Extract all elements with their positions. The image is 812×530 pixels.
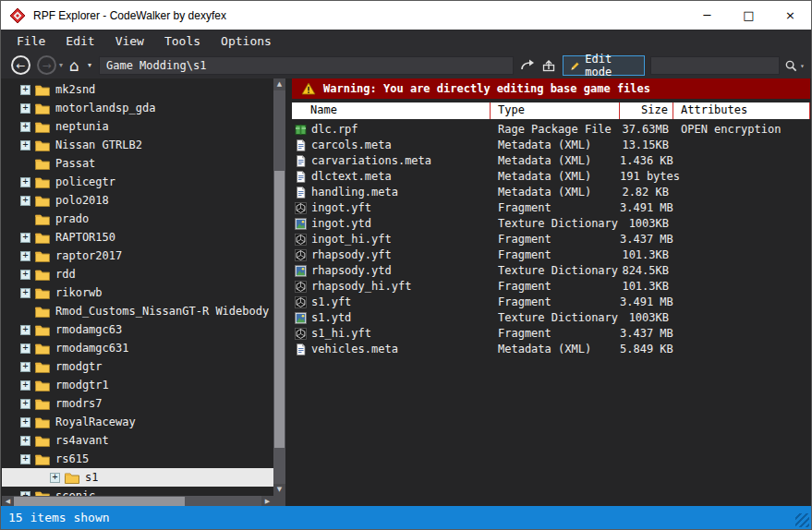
go-button[interactable] xyxy=(518,56,537,75)
tree-item-label: Rmod_Customs_NissanGT-R Widebody xyxy=(55,305,269,318)
expand-icon[interactable]: + xyxy=(20,454,30,464)
column-header-size[interactable]: Size xyxy=(620,102,673,119)
tree-item[interactable]: +RoyalRaceway xyxy=(2,413,273,431)
file-list-header: Name Type Size Attributes xyxy=(292,102,810,119)
tree-item[interactable]: +Nissan GTRLB2 xyxy=(2,136,273,154)
tree-item[interactable]: +mk2snd xyxy=(2,80,273,99)
search-input[interactable] xyxy=(650,56,780,75)
vertical-scroll-thumb[interactable] xyxy=(274,171,285,448)
column-header-name[interactable]: Name xyxy=(292,102,491,119)
tree-item[interactable]: +raptor2017 xyxy=(2,247,273,265)
tree-item[interactable]: +rmodrs7 xyxy=(2,394,273,413)
expand-icon[interactable]: + xyxy=(20,85,30,95)
expand-icon[interactable]: + xyxy=(20,122,30,132)
expand-icon[interactable]: + xyxy=(20,436,30,446)
column-header-attributes[interactable]: Attributes xyxy=(673,102,810,119)
file-row[interactable]: ingot.ytdTexture Dictionary1003KB xyxy=(292,216,810,232)
tree-item[interactable]: +policegtr xyxy=(2,173,273,191)
tree-item-label: raptor2017 xyxy=(55,249,122,262)
search-dropdown-icon[interactable]: ▾ xyxy=(800,62,805,70)
expand-icon[interactable]: + xyxy=(20,270,30,280)
address-bar-input[interactable] xyxy=(99,56,514,75)
search-icon xyxy=(784,59,798,73)
expand-icon[interactable]: + xyxy=(20,343,30,354)
file-name-cell: s1.yft xyxy=(292,295,491,310)
expand-icon[interactable]: + xyxy=(20,233,30,243)
window-controls: ─ □ × xyxy=(686,1,811,30)
file-row[interactable]: carcols.metaMetadata (XML)13.15KB xyxy=(292,138,810,153)
minimize-button[interactable]: ─ xyxy=(686,1,728,30)
menu-tools[interactable]: Tools xyxy=(154,31,211,51)
resize-grip-icon[interactable] xyxy=(795,513,809,527)
tree-item[interactable]: Rmod_Customs_NissanGT-R Widebody xyxy=(2,302,273,320)
tree-item-label: motorlandsp_gda xyxy=(55,102,155,114)
maximize-button[interactable]: □ xyxy=(728,1,770,30)
tree-item[interactable]: +rmodgtr1 xyxy=(2,376,273,394)
expand-icon[interactable]: + xyxy=(20,380,30,391)
tree-item[interactable]: +scenic xyxy=(2,487,273,496)
expand-icon[interactable]: + xyxy=(20,251,30,261)
menu-options[interactable]: Options xyxy=(211,31,282,51)
file-row[interactable]: rhapsody.ytdTexture Dictionary824.5KB xyxy=(292,263,810,279)
expand-icon[interactable]: + xyxy=(50,473,60,483)
expand-icon[interactable]: + xyxy=(20,140,30,151)
expand-icon[interactable]: + xyxy=(20,177,30,187)
file-row[interactable]: carvariations.metaMetadata (XML)1.436 KB xyxy=(292,153,810,169)
expand-icon[interactable]: + xyxy=(20,103,30,114)
expand-icon[interactable]: + xyxy=(20,325,30,335)
edit-mode-button[interactable]: Edit mode xyxy=(563,55,645,76)
back-button[interactable]: ← xyxy=(11,55,30,75)
tree-item[interactable]: +s1 xyxy=(2,468,273,487)
file-row[interactable]: s1.ytdTexture Dictionary1003KB xyxy=(292,310,810,326)
title-bar[interactable]: RPF Explorer - CodeWalker by dexyfex ─ □… xyxy=(1,1,811,30)
expand-icon[interactable]: + xyxy=(20,399,30,409)
file-row[interactable]: rhapsody_hi.yftFragment101.3KB xyxy=(292,279,810,295)
tree-item[interactable]: +rmodgtr xyxy=(2,357,273,376)
search-button[interactable]: ▾ xyxy=(782,56,807,75)
menu-file[interactable]: File xyxy=(6,31,55,51)
tree-item[interactable]: +rs615 xyxy=(2,450,273,468)
expand-icon[interactable]: + xyxy=(20,196,30,206)
forward-history-dropdown-icon[interactable]: ▾ xyxy=(59,61,63,69)
tree-item[interactable]: +polo2018 xyxy=(2,191,273,210)
tree-item[interactable]: +RAPTOR150 xyxy=(2,228,273,247)
file-name-cell: rhapsody_hi.yft xyxy=(292,279,491,295)
file-row[interactable]: ingot_hi.yftFragment3.437 MB xyxy=(292,232,810,247)
expand-icon[interactable]: + xyxy=(20,288,30,298)
column-header-type[interactable]: Type xyxy=(491,102,620,119)
tree-item-label: RAPTOR150 xyxy=(55,231,115,244)
file-size-cell: 1003KB xyxy=(620,310,673,326)
folder-icon xyxy=(35,435,50,447)
tree-item[interactable]: +rikorwb xyxy=(2,283,273,302)
tree-item[interactable]: +rmodamgc631 xyxy=(2,339,273,357)
file-row[interactable]: s1.yftFragment3.491 MB xyxy=(292,295,810,310)
tree-item[interactable]: +rdd xyxy=(2,265,273,283)
tree-item[interactable]: +motorlandsp_gda xyxy=(2,99,273,117)
expand-icon[interactable]: + xyxy=(20,362,30,372)
tree-item[interactable]: +rmodamgc63 xyxy=(2,320,273,339)
up-level-button[interactable] xyxy=(539,56,558,75)
menu-view[interactable]: View xyxy=(105,31,154,51)
forward-button[interactable]: → xyxy=(37,55,56,75)
expand-icon[interactable]: + xyxy=(20,417,30,428)
tree-item[interactable]: +rs4avant xyxy=(2,431,273,450)
tree-item[interactable]: Passat xyxy=(2,154,273,173)
tree-item[interactable]: prado xyxy=(2,210,273,228)
file-row[interactable]: handling.metaMetadata (XML)2.82 KB xyxy=(292,185,810,200)
file-row[interactable]: rhapsody.yftFragment101.3KB xyxy=(292,247,810,263)
close-button[interactable]: × xyxy=(770,1,811,30)
tree-item[interactable]: +neptunia xyxy=(2,117,273,136)
file-row[interactable]: s1_hi.yftFragment3.437 MB xyxy=(292,326,810,342)
tree-vertical-scrollbar[interactable]: ▲ ▼ xyxy=(273,78,285,496)
home-dropdown-icon[interactable]: ▾ xyxy=(88,61,91,69)
file-row[interactable]: dlc.rpfRage Package File37.63MBOPEN encr… xyxy=(292,122,810,138)
scroll-up-icon[interactable]: ▲ xyxy=(273,78,285,90)
file-name: handling.meta xyxy=(311,185,398,200)
file-row[interactable]: ingot.yftFragment3.491 MB xyxy=(292,200,810,216)
file-row[interactable]: vehicles.metaMetadata (XML)5.849 KB xyxy=(292,342,810,357)
scroll-down-icon[interactable]: ▼ xyxy=(273,484,285,496)
home-button[interactable]: ⌂ xyxy=(69,56,79,75)
menu-edit[interactable]: Edit xyxy=(55,31,104,51)
file-row[interactable]: dlctext.metaMetadata (XML)191 bytes xyxy=(292,169,810,185)
folder-icon xyxy=(35,158,50,170)
